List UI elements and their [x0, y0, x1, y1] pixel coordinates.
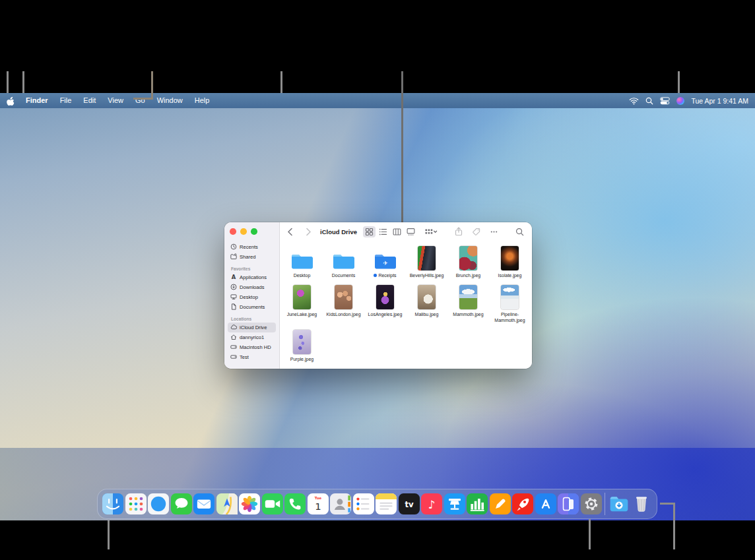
dock-icon-notes[interactable] [376, 493, 397, 514]
dock-icon-safari[interactable] [148, 493, 169, 514]
zoom-window-button[interactable] [251, 228, 257, 235]
search-button[interactable] [513, 226, 526, 237]
file-brunch-jpeg[interactable]: Brunch.jpeg [447, 244, 489, 278]
sidebar-item-recents[interactable]: Recents [228, 242, 276, 252]
file-purple-jpeg[interactable]: Purple.jpeg [281, 328, 323, 362]
dock-icon-rocket[interactable] [512, 493, 533, 514]
wifi-icon[interactable] [629, 97, 639, 105]
file-junelake-jpeg[interactable]: JuneLake.jpeg [281, 283, 323, 323]
file-isolate-jpeg[interactable]: Isolate.jpeg [489, 244, 531, 278]
dock-icon-messages[interactable] [171, 493, 192, 514]
gallery-view-button[interactable] [405, 226, 417, 237]
file-label: LosAngeles.jpeg [368, 311, 403, 317]
menu-go[interactable]: Go [129, 93, 151, 108]
dock-icon-facetime[interactable] [262, 493, 283, 514]
top-letterbox-band [0, 0, 755, 93]
menu-edit[interactable]: Edit [77, 93, 102, 108]
svg-text:A: A [232, 274, 236, 280]
svg-text:✈: ✈ [383, 260, 388, 266]
sidebar-item-downloads[interactable]: Downloads [228, 282, 276, 292]
sidebar-item-label: Recents [240, 244, 258, 250]
list-view-button[interactable] [377, 226, 389, 237]
hdd-icon [230, 354, 237, 360]
dock-icon-numbers[interactable] [467, 493, 488, 514]
dock-icon-calendar[interactable]: Tue1 [308, 493, 329, 514]
menu-finder[interactable]: Finder [20, 93, 54, 108]
sidebar-item-test[interactable]: Test [228, 352, 276, 362]
icloud-status-dot [374, 274, 377, 277]
sidebar-item-dannyrico1[interactable]: dannyrico1 [228, 332, 276, 342]
callout-trash-vertical [673, 503, 675, 549]
minimize-window-button[interactable] [240, 228, 247, 235]
menu-view[interactable]: View [102, 93, 129, 108]
icon-view-button[interactable] [363, 226, 376, 237]
window-title: iCloud Drive [320, 228, 357, 235]
dock-icon-trash[interactable] [631, 493, 652, 514]
back-button[interactable] [284, 226, 296, 237]
forward-button[interactable] [302, 226, 315, 237]
dock-icon-contacts[interactable] [330, 493, 351, 514]
file-label: Brunch.jpeg [456, 272, 480, 278]
file-pipeline-mammoth-jpeg[interactable]: Pipeline-Mammoth.jpeg [489, 283, 531, 323]
column-view-button[interactable] [391, 226, 403, 237]
sidebar-item-documents[interactable]: Documents [228, 302, 276, 312]
file-losangeles-jpeg[interactable]: LosAngeles.jpeg [364, 283, 406, 323]
dock-icon-app-store[interactable] [535, 493, 556, 514]
group-button[interactable] [422, 226, 439, 237]
sidebar-item-macintosh-hd[interactable]: Macintosh HD [228, 342, 276, 352]
more-options-button[interactable] [488, 226, 500, 237]
dock-icon-phone[interactable] [284, 493, 306, 514]
sidebar-item-shared[interactable]: Shared [228, 252, 276, 262]
dock-icon-finder[interactable] [102, 493, 123, 514]
image-thumbnail [459, 244, 477, 270]
document-icon [230, 303, 237, 310]
menu-file[interactable]: File [54, 93, 78, 108]
file-malibu-jpeg[interactable]: Malibu.jpeg [406, 283, 447, 323]
file-label: KidsLondon.jpeg [326, 311, 360, 317]
dock: Tue1tv♪ [97, 489, 657, 519]
sidebar-item-desktop[interactable]: Desktop [228, 292, 276, 302]
file-documents[interactable]: Documents [323, 244, 364, 278]
dock-icon-pages[interactable] [490, 493, 511, 514]
dock-icon-keynote[interactable] [444, 493, 465, 514]
share-button[interactable] [452, 226, 465, 237]
file-receipts[interactable]: ✈Receipts [364, 244, 406, 278]
dock-icon-mail[interactable] [193, 493, 214, 514]
recents-icon [230, 243, 237, 250]
spotlight-search-icon[interactable] [645, 97, 653, 105]
dock-icon-maps[interactable] [216, 493, 238, 514]
close-window-button[interactable] [230, 228, 236, 235]
siri-icon[interactable] [676, 97, 684, 105]
sidebar-item-label: Macintosh HD [240, 344, 271, 350]
file-mammoth-jpeg[interactable]: Mammoth.jpeg [447, 283, 489, 323]
image-thumbnail [418, 283, 436, 309]
dock-icon-reminders[interactable] [353, 493, 374, 514]
applications-icon: A [230, 274, 237, 280]
tag-button[interactable] [470, 226, 482, 237]
menu-help[interactable]: Help [189, 93, 216, 108]
desktop-icon [230, 294, 237, 300]
sidebar-section-locations: Locations [231, 317, 276, 321]
dock-icon-tv[interactable]: tv [399, 493, 420, 514]
bottom-letterbox-band [0, 520, 755, 560]
menu-bar-clock[interactable]: Tue Apr 1 9:41 AM [691, 97, 748, 105]
file-desktop[interactable]: Desktop [281, 244, 323, 278]
control-center-icon[interactable] [660, 97, 670, 105]
apple-menu[interactable] [5, 96, 20, 106]
dock-icon-launchpad[interactable] [125, 493, 147, 514]
menu-window[interactable]: Window [151, 93, 189, 108]
file-kidslondon-jpeg[interactable]: KidsLondon.jpeg [323, 283, 364, 323]
dock-icon-photos[interactable] [239, 493, 260, 514]
finder-sidebar: RecentsSharedFavoritesAApplicationsDownl… [224, 222, 280, 369]
sidebar-item-applications[interactable]: AApplications [228, 272, 276, 282]
file-beverlyhills-jpeg[interactable]: BeverlyHills.jpeg [406, 244, 447, 278]
dock-icon-downloads[interactable] [608, 493, 630, 514]
sidebar-item-icloud-drive[interactable]: iCloud Drive [228, 323, 276, 332]
icloud-icon [230, 324, 237, 330]
dock-icon-iphone-mirroring[interactable] [558, 493, 579, 514]
sidebar-list: RecentsSharedFavoritesAApplicationsDownl… [228, 242, 276, 362]
dock-icon-music[interactable]: ♪ [421, 493, 442, 514]
image-thumbnail [501, 244, 519, 270]
file-label: Mammoth.jpeg [453, 311, 483, 317]
dock-icon-system-settings[interactable] [581, 493, 602, 514]
